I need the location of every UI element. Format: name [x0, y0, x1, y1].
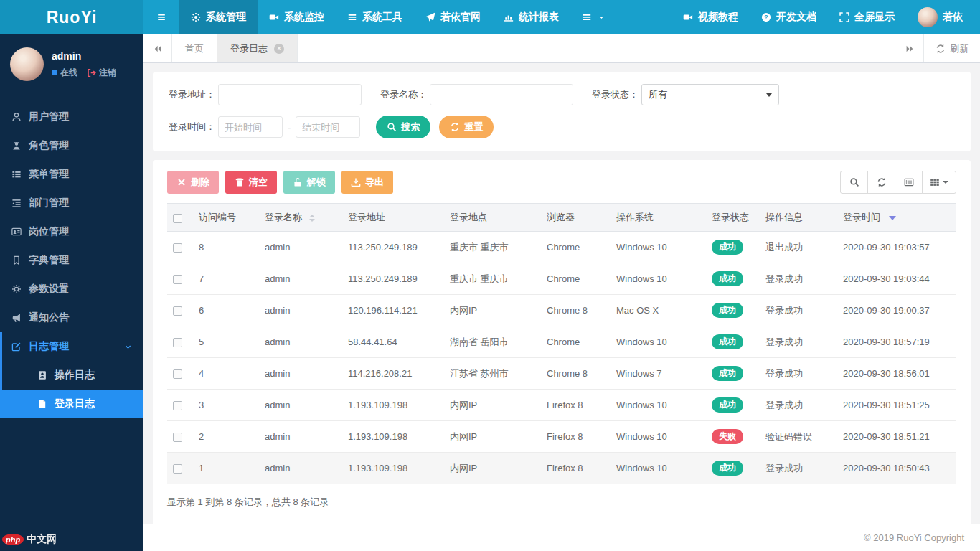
search-icon — [387, 122, 397, 132]
toggle-detail-view-button[interactable] — [895, 171, 923, 194]
nav-item-fullscreen[interactable]: 全屏显示 — [828, 0, 906, 34]
sidebar-item-posts[interactable]: 岗位管理 — [0, 217, 143, 246]
cell-login-location: 内网IP — [444, 295, 541, 326]
user-avatar[interactable] — [10, 47, 44, 81]
clean-button[interactable]: 清空 — [225, 171, 277, 194]
cell-visit-id: 2 — [193, 421, 259, 453]
sidebar-item-params[interactable]: 参数设置 — [0, 275, 143, 303]
sidebar-item-operlog[interactable]: 操作日志 — [0, 361, 143, 390]
cell-login-location: 江苏省 苏州市 — [444, 358, 541, 390]
chart-icon — [504, 12, 514, 22]
tab-login-log[interactable]: 登录日志 — [217, 34, 298, 62]
nav-item-more-menus[interactable] — [570, 0, 616, 34]
role-icon — [11, 141, 22, 151]
table-row: 2 admin 1.193.109.198 内网IP Firefox 8 Win… — [167, 421, 956, 453]
row-checkbox[interactable] — [173, 275, 182, 284]
nav-item-dev-docs[interactable]: ?开发文档 — [750, 0, 828, 34]
status-badge: 成功 — [712, 240, 743, 255]
cell-time: 2020-09-30 18:57:19 — [837, 326, 956, 358]
login-address-input[interactable] — [218, 84, 362, 105]
loginlog-icon — [37, 399, 47, 409]
search-button[interactable]: 搜索 — [376, 116, 430, 138]
forward-icon — [905, 44, 915, 54]
cell-login-location: 内网IP — [444, 453, 541, 484]
start-time-input[interactable] — [218, 116, 283, 138]
cell-login-name: admin — [259, 453, 342, 484]
refresh-icon — [877, 177, 887, 187]
dept-icon — [11, 198, 22, 208]
delete-button[interactable]: 删除 — [167, 171, 219, 194]
sidebar-item-notices[interactable]: 通知公告 — [0, 303, 143, 332]
cell-visit-id: 7 — [193, 263, 259, 295]
oplog-icon — [37, 370, 47, 380]
sidebar-item-loginlog[interactable]: 登录日志 — [0, 390, 143, 418]
navbar-user[interactable]: 若依 — [906, 0, 974, 34]
table-row: 5 admin 58.44.41.64 湖南省 岳阳市 Chrome Windo… — [167, 326, 956, 358]
tabs-scroll-left-button[interactable] — [143, 34, 172, 62]
tabs-scroll-right-button[interactable] — [895, 34, 923, 62]
refresh-table-button[interactable] — [867, 171, 895, 194]
status-badge: 成功 — [712, 303, 743, 318]
refresh-tab-button[interactable]: 刷新 — [923, 34, 980, 62]
nav-item-system-monitor[interactable]: 系统监控 — [258, 0, 336, 34]
tab-home[interactable]: 首页 — [172, 34, 217, 62]
reset-button[interactable]: 重置 — [439, 116, 494, 138]
nav-item-stats-report[interactable]: 统计报表 — [492, 0, 570, 34]
sidebar-item-logs[interactable]: 日志管理 — [0, 332, 143, 361]
hamburger-icon — [156, 12, 166, 22]
show-search-button[interactable] — [840, 171, 868, 194]
row-checkbox[interactable] — [173, 401, 182, 410]
cell-login-address: 114.216.208.21 — [342, 358, 444, 390]
avatar — [918, 7, 938, 27]
row-checkbox[interactable] — [173, 243, 182, 253]
caret-down-icon — [943, 181, 948, 184]
sidebar-item-users[interactable]: 用户管理 — [0, 103, 143, 131]
sidebar-item-dicts[interactable]: 字典管理 — [0, 246, 143, 275]
login-log-panel: 删除清空解锁导出 — [153, 160, 971, 524]
select-all-checkbox[interactable] — [173, 214, 182, 223]
php-cn-watermark: php 中文网 — [2, 533, 57, 546]
status-badge: 失败 — [712, 429, 743, 444]
export-button[interactable]: 导出 — [341, 171, 393, 194]
cell-login-name: admin — [259, 232, 342, 263]
sidebar-toggle-button[interactable] — [143, 0, 179, 34]
sidebar-item-roles[interactable]: 角色管理 — [0, 131, 143, 160]
unlock-button[interactable]: 解锁 — [283, 171, 335, 194]
cell-os: Windows 10 — [611, 453, 706, 484]
table-row: 3 admin 1.193.109.198 内网IP Firefox 8 Win… — [167, 390, 956, 421]
sidebar-user-panel: admin 在线 注销 — [0, 34, 143, 93]
sort-desc-icon — [889, 216, 896, 220]
end-time-input[interactable] — [296, 116, 360, 138]
col-login-name[interactable]: 登录名称 — [259, 204, 342, 232]
row-checkbox[interactable] — [173, 464, 182, 474]
login-status-select[interactable]: 所有 — [641, 84, 779, 105]
unlock-icon — [293, 177, 303, 187]
search-icon — [849, 177, 859, 187]
nav-item-system-manage[interactable]: 系统管理 — [179, 0, 258, 34]
nav-item-video-tutorial[interactable]: 视频教程 — [672, 0, 750, 34]
row-checkbox[interactable] — [173, 338, 182, 347]
sidebar-item-depts[interactable]: 部门管理 — [0, 189, 143, 217]
sidebar-item-menus[interactable]: 菜单管理 — [0, 160, 143, 189]
cell-login-address: 120.196.114.121 — [342, 295, 444, 326]
columns-dropdown-button[interactable] — [922, 171, 956, 194]
cell-visit-id: 1 — [193, 453, 259, 484]
nav-item-ruoyi-site[interactable]: 若依官网 — [414, 0, 492, 34]
col-login-time[interactable]: 登录时间 — [837, 204, 956, 232]
app-logo[interactable]: RuoYi — [0, 0, 143, 34]
cell-os: Windows 10 — [611, 263, 706, 295]
close-icon[interactable] — [274, 44, 284, 54]
login-name-input[interactable] — [430, 84, 573, 105]
row-checkbox[interactable] — [173, 369, 182, 379]
row-checkbox[interactable] — [173, 306, 182, 316]
logout-icon — [87, 68, 96, 77]
logout-link[interactable]: 注销 — [87, 67, 116, 79]
cell-visit-id: 6 — [193, 295, 259, 326]
cell-login-location: 湖南省 岳阳市 — [444, 326, 541, 358]
row-checkbox[interactable] — [173, 433, 182, 442]
caret-down-icon — [598, 14, 605, 21]
nav-item-system-tools[interactable]: 系统工具 — [336, 0, 414, 34]
list-icon — [347, 12, 357, 22]
cell-login-name: admin — [259, 326, 342, 358]
cell-message: 退出成功 — [760, 232, 837, 263]
